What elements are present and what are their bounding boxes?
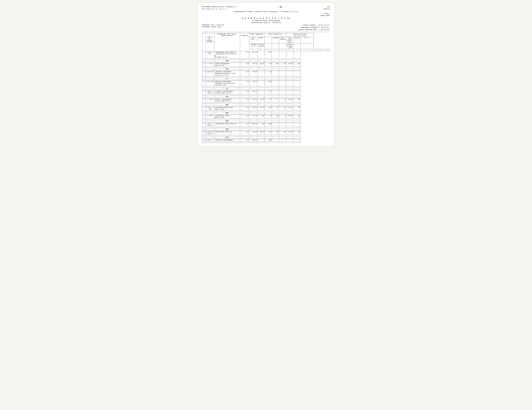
table-cell: 2302	[265, 107, 272, 111]
table-cell: УСН9-3.' ТАБ11 Л4	[206, 123, 214, 127]
th-obsh-b: ВСЕГО :ЗАРПЛАТЫ	[279, 37, 286, 44]
page: ПРОГРАМНЫЙ КОМПЛЕКС АВС-ЗЕС ( РЕДАКЦИЯ 0…	[198, 3, 334, 146]
table-cell: -	[272, 90, 279, 94]
table-cell: -МОНТАЖ Т-УБОПРОВОДОВ И АРМАТУРЫ КБДПУ-1…	[214, 99, 240, 102]
smetnaya-zp: СМЕТНАЯ ЗАРАБОТНАЯ ПЛАТА 6,465 ТЫС.РУБ.	[298, 29, 330, 31]
table-cell: 319	[272, 131, 279, 135]
table-cell: 374,00	[249, 99, 257, 102]
table-cell: Б ТО МЕ	[206, 115, 214, 119]
th-na-ed: :ЗАРПЛАТЫ :----------	[293, 37, 301, 44]
th-obsh-d: :	[279, 44, 286, 49]
table-row: 104 УСН9-3.1 ТАБ11 И4-МОНТАЖ БЛОКА КБУТВ…	[202, 131, 330, 135]
header-right: 3693 22699-23	[323, 6, 330, 10]
page-number: - 39 -	[277, 6, 284, 10]
table-cell: 3,00	[240, 81, 249, 86]
table-cell: -СТРОИТЕЛЬНЫЕ РАБОТЫ КБДПУ-190-180	[214, 115, 240, 119]
table-cell: 390,00	[249, 81, 257, 86]
table-row-blok: БЛОК	[202, 120, 330, 122]
table-cell: -	[257, 81, 265, 86]
table-cell: -	[279, 71, 286, 76]
table-cell: 740	[265, 115, 272, 119]
header-top: ПРОГРАМНЫЙ КОМПЛЕКС АВС-ЗЕС ( РЕДАКЦИЯ 0…	[202, 6, 330, 10]
th-zp-ex: : ЭКСЛ. :НЯТЫХ ОБСЛУЖ. МАШИН	[286, 37, 293, 44]
table-row-blok: БЛОК	[202, 68, 330, 70]
table-cell: 198,00	[249, 71, 257, 76]
table-cell: 8	[279, 115, 286, 119]
th-8: 8 :	[300, 49, 314, 51]
table-cell: .	[286, 90, 293, 94]
strojka-label: НАИМЕНОВАНИЕ СТРОЙКИ- ТИПОВОЙ ПРОЕКТ КОТ…	[202, 11, 330, 12]
table-cell: 748,00	[249, 115, 257, 119]
table-row-dashed: ---------- ---------- ---------- -------…	[202, 111, 330, 112]
table-row-blok: СЛОК	[202, 96, 330, 98]
th-2: 2 :	[257, 49, 265, 51]
table-cell: 1	[202, 51, 206, 58]
table-cell: -	[272, 81, 279, 86]
table-cell: 151	[279, 107, 286, 111]
th-osnov-b: :ОСНОВНОЙ :Б Т.Ч.	[249, 44, 257, 49]
table-cell: 592,85	[286, 99, 293, 102]
table-cell: 8,00	[257, 115, 265, 119]
table-cell: -ДВИГАТЕЛЬ АСИНХРОННЫЙ ТРЕХФАЗНЫЙ КОРОТК…	[214, 81, 240, 86]
th-11: 11	[326, 49, 330, 51]
table-cell: 1,00	[240, 139, 249, 141]
table-cell: УСН9-3.1 1АБ2	[206, 51, 214, 58]
th-mashin-ed: : МАШИН :	[257, 37, 265, 44]
table-row-dashed: ---------- ---------- ---------- -------…	[202, 67, 330, 68]
table-row-blok: БЛОК	[202, 136, 330, 139]
table-cell: 1,00	[240, 115, 249, 119]
table-cell: -	[286, 139, 293, 141]
lokalnaya-smeta-title: Л О К А Л Ь Н А Я С М Е Т А 1-10	[202, 17, 330, 19]
table-row: 8Б ТО МЕ-СТРОИТЕЛЬНЫЕ РАБОТЫ КБДПУ-190-1…	[202, 115, 330, 119]
norm-trud: НОРМАТИВНАЯ ТРУДОЕМКОСТЬ 9691 ЧЕЛ.-Ч	[298, 27, 330, 29]
table-cell: -	[293, 81, 301, 86]
table-cell: -	[279, 123, 286, 127]
table-cell: 4 ТО МЕ	[206, 63, 214, 67]
table-cell: 1,00	[240, 107, 249, 111]
program-line1: ПРОГРАМНЫЙ КОМПЛЕКС АВС-ЗЕС ( РЕДАКЦИЯ 0…	[202, 6, 238, 8]
table-cell: 4 ТО МЕ	[206, 99, 214, 102]
table-row-dashed: ---------- ---------- ---------- -------…	[202, 76, 330, 78]
table-cell: - -	[257, 71, 265, 76]
header-row-1: : ::ШИФР И НПП : ПОЗИЦИИ ::НОРМАТИВА: НА…	[202, 33, 330, 37]
table-cell: 2302,00	[249, 107, 257, 111]
table-row-dashed: ---------- ---------- ---------- -------…	[202, 135, 330, 136]
table-row: 9УСН9-3.' ТАБ11 Л4-ОБОРУДОВАНИЕ БЛОКА КБ…	[202, 123, 330, 127]
table-cell: 435	[265, 63, 272, 67]
table-row-dashed: ---------- ---------- ---------- -------…	[202, 102, 330, 104]
table-cell: -	[279, 81, 286, 86]
table-cell: 204,00	[257, 63, 265, 67]
table-cell: 2719,00	[249, 90, 257, 94]
table-cell: 4	[202, 81, 206, 86]
th-7: 7 :	[293, 49, 301, 51]
table-row-blok: БЛОК	[202, 112, 330, 114]
table-cell: -	[293, 51, 301, 58]
doc-num2: 22699-23	[323, 8, 330, 10]
th-qty: ::КОЛИЧЕСТВО.::	[240, 33, 249, 51]
table-cell: -	[279, 51, 286, 58]
program-line2: 903-1-250.3% Ал. 24, ккт 3, x 1	[202, 8, 238, 10]
th-zp-b: :ЗАРПЛАТЫ :ЗАРПЛАТЫ :	[257, 44, 265, 49]
table-cell: 1,00	[240, 99, 249, 102]
table-row-blok: ШТ	[202, 78, 330, 80]
table-row: 41501-1424-ДВИГАТЕЛЬ АСИНХРОННЫЙ ТРЕХФАЗ…	[202, 81, 330, 86]
table-cell: -	[272, 51, 279, 58]
table-cell: -СТОИМОСТЬ ТРУБОПРОВОДОВ А	[214, 139, 240, 141]
table-cell: Б УСН9-2.1 ТАБ3	[206, 107, 214, 111]
main-table: : ::ШИФР И НПП : ПОЗИЦИИ ::НОРМАТИВА: НА…	[202, 33, 330, 143]
table-cell: 594	[265, 71, 272, 76]
th-9: 9 :	[314, 49, 319, 51]
table-cell: 1,00	[240, 63, 249, 67]
table-cell: 374	[265, 99, 272, 102]
table-cell: 5090	[265, 123, 272, 127]
table-cell: -	[257, 51, 265, 58]
th-4: 4 :	[272, 49, 279, 51]
table-cell: 7	[202, 107, 206, 111]
th-1: 1 :	[249, 49, 257, 51]
table-cell: -	[272, 139, 279, 141]
table-cell: .	[286, 71, 293, 76]
table-cell: 40,00	[257, 99, 265, 102]
table-cell: -СТОИМОСТЬ ТРУБОПРОВОДОВ И АРМАТУРЫ КОДП…	[214, 90, 240, 94]
th-obsh-zp-c: :	[272, 44, 279, 49]
table-cell: 11	[202, 139, 206, 141]
